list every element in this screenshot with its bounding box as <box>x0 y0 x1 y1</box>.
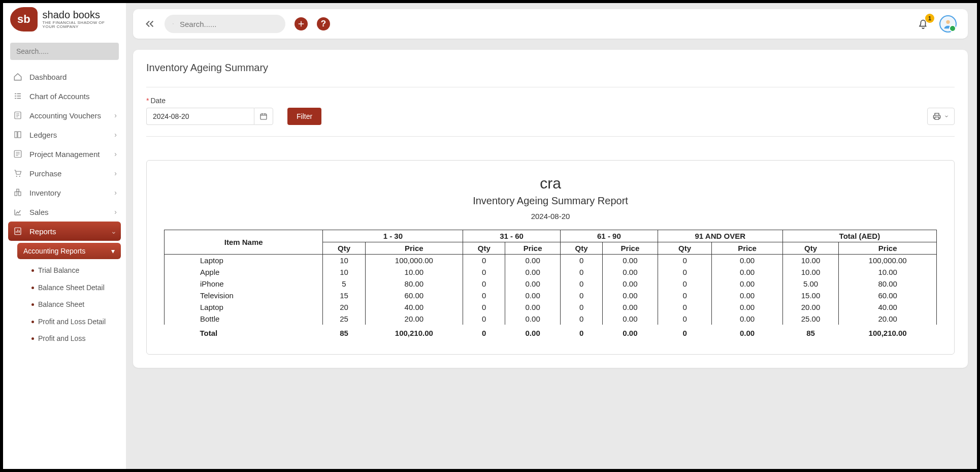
collapse-sidebar-button[interactable] <box>144 18 155 29</box>
cell: 0 <box>658 301 712 313</box>
sidebar-item-ledgers[interactable]: Ledgers› <box>8 125 121 144</box>
cell: 0 <box>463 301 505 313</box>
sidebar-item-label: Dashboard <box>29 73 67 81</box>
submenu-head[interactable]: Accounting Reports▾ <box>17 243 121 259</box>
submenu-item-trial-balance[interactable]: Trial Balance <box>17 262 121 279</box>
nav-icon <box>13 207 22 216</box>
cell: 20.00 <box>365 313 463 325</box>
chevron-down-icon <box>944 114 949 119</box>
date-field: *Date <box>146 97 273 125</box>
cell: 25.00 <box>782 313 839 325</box>
cell: 0 <box>463 255 505 267</box>
sidebar: sb shado books THE FINANCIAL SHADOW OF Y… <box>3 3 126 469</box>
nav-icon <box>13 130 22 139</box>
cell: 0.00 <box>712 313 782 325</box>
notifications-button[interactable]: 1 <box>916 17 930 31</box>
user-avatar[interactable] <box>939 15 957 33</box>
sidebar-item-label: Project Management <box>29 150 100 159</box>
sidebar-item-label: Purchase <box>29 169 61 178</box>
cell: 0 <box>560 313 602 325</box>
cell: 15.00 <box>782 290 839 301</box>
filter-button[interactable]: Filter <box>287 108 321 125</box>
cell: 100,000.00 <box>839 255 937 267</box>
add-button[interactable] <box>295 17 308 30</box>
sidebar-item-label: Chart of Accounts <box>29 92 89 101</box>
sidebar-item-project-management[interactable]: Project Management› <box>8 144 121 164</box>
cell: 10.00 <box>839 266 937 278</box>
brand-logo: sb shado books THE FINANCIAL SHADOW OF Y… <box>3 3 126 36</box>
global-search[interactable] <box>165 15 285 33</box>
cell: 0.00 <box>712 278 782 290</box>
submenu-item-balance-sheet-detail[interactable]: Balance Sheet Detail <box>17 279 121 297</box>
col-group: 31 - 60 <box>463 230 561 242</box>
sidebar-item-reports[interactable]: Reports⌄ <box>8 222 121 241</box>
nav-icon <box>13 169 22 178</box>
col-qty: Qty <box>658 242 712 255</box>
submenu-item-label: Trial Balance <box>38 266 79 275</box>
table-row: Bottle2520.0000.0000.0000.0025.0020.00 <box>165 313 937 325</box>
svg-point-11 <box>946 20 950 24</box>
cell: 0 <box>658 290 712 301</box>
cell-item: iPhone <box>165 278 323 290</box>
cell-item: Laptop <box>165 301 323 313</box>
date-picker-button[interactable] <box>254 108 273 125</box>
sidebar-item-label: Sales <box>29 208 49 216</box>
cell: 0.00 <box>505 313 561 325</box>
cell: 10.00 <box>782 266 839 278</box>
table-row: Television1560.0000.0000.0000.0015.0060.… <box>165 290 937 301</box>
col-qty: Qty <box>782 242 839 255</box>
chevrons-left-icon <box>144 18 155 29</box>
sidebar-nav: DashboardChart of AccountsAccounting Vou… <box>3 64 126 348</box>
total-cell: 85 <box>323 325 365 339</box>
cell: 40.00 <box>839 301 937 313</box>
chevron-right-icon: › <box>114 169 117 177</box>
submenu-item-profit-and-loss-detail[interactable]: Profit and Loss Detail <box>17 313 121 331</box>
nav-icon <box>13 72 22 81</box>
cell: 25 <box>323 313 365 325</box>
help-button[interactable]: ? <box>317 17 330 30</box>
sidebar-item-chart-of-accounts[interactable]: Chart of Accounts <box>8 86 121 106</box>
submenu-item-label: Profit and Loss Detail <box>38 318 106 327</box>
date-input[interactable] <box>146 108 254 125</box>
sidebar-item-dashboard[interactable]: Dashboard <box>8 67 121 86</box>
total-cell: 0.00 <box>603 325 658 339</box>
cell: 0 <box>463 278 505 290</box>
global-search-input[interactable] <box>179 19 277 29</box>
sidebar-item-accounting-vouchers[interactable]: Accounting Vouchers› <box>8 106 121 125</box>
cell: 80.00 <box>839 278 937 290</box>
cell: 15 <box>323 290 365 301</box>
report-company: cra <box>164 175 937 192</box>
sidebar-search-input[interactable] <box>10 43 119 60</box>
nav-icon <box>13 149 22 159</box>
cell: 0.00 <box>603 255 658 267</box>
cell: 0 <box>560 301 602 313</box>
total-cell: 0 <box>463 325 505 339</box>
person-icon <box>942 18 954 29</box>
total-cell: 0 <box>658 325 712 339</box>
cell: 0 <box>560 255 602 267</box>
cell: 0 <box>463 313 505 325</box>
sidebar-item-sales[interactable]: Sales› <box>8 202 121 222</box>
cell: 0.00 <box>712 290 782 301</box>
question-icon: ? <box>321 19 326 29</box>
cell: 0.00 <box>505 255 561 267</box>
svg-point-5 <box>19 176 20 177</box>
svg-rect-6 <box>15 192 17 196</box>
cell: 0.00 <box>712 255 782 267</box>
submenu-item-label: Profit and Loss <box>38 334 85 343</box>
submenu-item-profit-and-loss[interactable]: Profit and Loss <box>17 330 121 348</box>
cell: 10.00 <box>782 255 839 267</box>
sidebar-item-label: Accounting Vouchers <box>29 111 101 120</box>
table-row: iPhone580.0000.0000.0000.005.0080.00 <box>165 278 937 290</box>
report-table: Item Name1 - 3031 - 6061 - 9091 AND OVER… <box>164 230 937 339</box>
print-menu-button[interactable] <box>927 108 955 125</box>
sidebar-item-purchase[interactable]: Purchase› <box>8 164 121 183</box>
sidebar-item-inventory[interactable]: Inventory› <box>8 183 121 202</box>
svg-rect-12 <box>260 114 267 119</box>
col-price: Price <box>505 242 561 255</box>
submenu-item-balance-sheet[interactable]: Balance Sheet <box>17 296 121 313</box>
cell: 0.00 <box>603 278 658 290</box>
svg-point-10 <box>173 23 173 24</box>
table-row: Laptop10100,000.0000.0000.0000.0010.0010… <box>165 255 937 267</box>
col-item-name: Item Name <box>165 230 323 255</box>
